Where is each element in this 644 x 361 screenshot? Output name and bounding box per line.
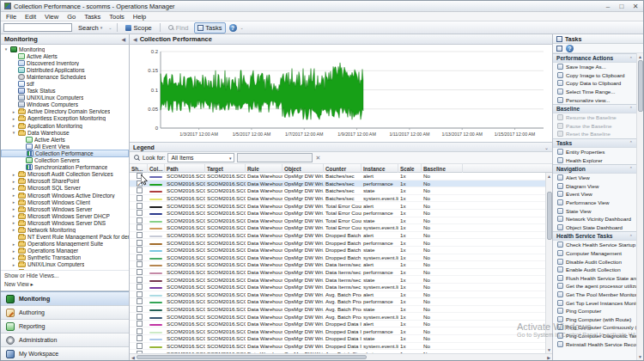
search-input[interactable] [3,23,72,32]
task-flush-health-service-state-and-cache[interactable]: Flush Health Service State and Cache [553,273,636,282]
column-header-target[interactable]: Target [205,164,246,173]
task-ping-computer-with-route[interactable]: Ping Computer (with Route) [553,315,636,323]
section-header-health-service-tasks[interactable]: Health Service Tasks⌃ [553,231,636,241]
task-save-image-as[interactable]: Save Image As... [553,63,636,71]
column-header-object[interactable]: Object [283,164,324,173]
legend-row[interactable]: SCOM2016.SCO...SCOM2016.SCO...Data Wareh… [130,247,552,254]
task-enable-audit-collection[interactable]: Enable Audit Collection [553,266,636,274]
tree-item-windows-computers[interactable]: Windows Computers [1,101,129,108]
tree-item-task-status[interactable]: Task Status [1,88,129,95]
toolbar-overflow-icon[interactable]: ⌄ [240,25,244,30]
tree-item-microsoft-windows-server-dhcp[interactable]: ▸Microsoft Windows Server DHCP [1,212,129,219]
tasks-toggle-icon[interactable] [556,46,562,52]
legend-row[interactable]: SCOM2016.SCO...SCOM2016.SCO...Data Wareh… [130,173,552,180]
scrollbar-thumb[interactable] [547,192,552,240]
tree-item-active-alerts[interactable]: Active Alerts [1,136,129,143]
legend-row[interactable]: SCOM2016.SCO...SCOM2016.SCO...Data Wareh… [130,239,552,247]
show-checkbox[interactable] [137,321,143,327]
chevron-collapsed-icon[interactable]: ▸ [11,227,16,232]
tree-item-active-directory-domain-services[interactable]: ▸Active Directory Domain Services [1,108,129,115]
legend-row[interactable]: SCOM2016.SCO...SCOM2016.SCO...Data Wareh… [130,261,552,269]
column-header-instance[interactable]: Instance [361,164,398,173]
nav-button-authoring[interactable]: Authoring [1,305,129,319]
tree-item-microsoft-sharepoint[interactable]: ▸Microsoft SharePoint [1,178,129,185]
legend-row[interactable]: SCOM2016.SCO...SCOM2016.SCO...Data Wareh… [130,269,552,277]
task-entity-properties[interactable]: Entity Properties [553,148,636,156]
maximize-button[interactable]: □ [617,3,626,10]
scrollbar-thumb[interactable] [638,60,643,112]
menu-tools[interactable]: Tools [109,13,125,21]
chevron-collapsed-icon[interactable]: ▸ [11,179,16,184]
task-copy-image-to-clipboard[interactable]: Copy Image to Clipboard [553,71,636,80]
task-get-the-pool-member-monitoring-a-top[interactable]: Get The Pool Member Monitoring a Top [553,291,636,299]
show-checkbox[interactable] [137,247,143,253]
column-header-sh[interactable]: Sh... [130,164,148,173]
task-alert-view[interactable]: Alert View [553,174,636,182]
show-checkbox[interactable] [137,210,143,216]
legend-row[interactable]: SCOM2016.SCO...SCOM2016.SCO...Data Wareh… [130,350,552,353]
collapse-left-pane-icon[interactable]: ◀ [121,36,125,42]
show-checkbox[interactable] [137,328,143,334]
tree-item-microsoft-audit-collection-services[interactable]: ▸Microsoft Audit Collection Services [1,171,129,178]
chevron-collapsed-icon[interactable]: ▸ [11,109,16,114]
tree-item-synchronization-performance[interactable]: Synchronization Performance [1,164,129,171]
task-select-time-range[interactable]: Select Time Range... [553,88,636,96]
close-button[interactable]: ✕ [631,3,640,10]
tree-item-collection-servers[interactable]: Collection Servers [1,157,129,164]
tree-item-operations-management-suite[interactable]: ▸Operations Management Suite [1,241,129,248]
task-ping-computer-continuously-ping-t[interactable]: Ping Computer Continuously (ping -t) [553,323,636,332]
show-checkbox[interactable] [137,351,143,353]
scroll-up-icon[interactable]: ▲ [547,173,551,180]
legend-search-input[interactable] [237,153,313,162]
show-checkbox[interactable] [137,269,143,275]
collapse-results-icon[interactable]: ◀ [133,36,137,42]
legend-horizontal-scrollbar[interactable]: ◀ ▶ [130,353,552,360]
menu-view[interactable]: View [45,13,58,21]
legend-row[interactable]: SCOM2016.SCO...SCOM2016.SCO...Data Wareh… [130,217,552,225]
show-checkbox[interactable] [137,224,143,230]
tree-item-agentless-exception-monitoring[interactable]: ▸Agentless Exception Monitoring [1,115,129,122]
section-header-baseline[interactable]: Baseline⌃ [553,104,636,113]
legend-row[interactable]: SCOM2016.SCO...SCOM2016.SCO...Data Wareh… [130,232,552,240]
scroll-down-icon[interactable]: ▼ [638,353,642,360]
find-button[interactable]: Find [166,23,191,33]
column-header-path[interactable]: Path [165,164,205,173]
show-checkbox[interactable] [137,195,143,201]
task-object-state-dashboard[interactable]: Object State Dashboard [553,223,636,232]
menu-file[interactable]: File [6,13,16,21]
tasks-button[interactable]: Tasks [194,22,225,34]
chevron-collapsed-icon[interactable]: ▸ [11,213,16,218]
task-check-health-service-startup-configurati[interactable]: Check Health Service Startup Configurati [553,241,636,249]
scroll-left-icon[interactable]: ◀ [131,355,135,360]
legend-row[interactable]: SCOM2016.SCO...SCOM2016.SCO...Data Wareh… [130,202,552,210]
legend-row[interactable]: SCOM2016.SCO...SCOM2016.SCO...Data Wareh… [130,276,552,284]
show-checkbox[interactable] [137,240,143,246]
nav-button-reporting[interactable]: Reporting [1,319,129,333]
nav-button-administration[interactable]: Administration [1,333,129,346]
column-header-rule[interactable]: Rule [246,164,283,173]
task-get-the-agent-processor-utilization[interactable]: Get the agent processor utilization [553,282,636,291]
search-button[interactable]: Search ▾ [76,23,105,33]
legend-row[interactable]: SCOM2016.SCO...SCOM2016.SCO...Data Wareh… [130,180,552,188]
tree-item-monitoring[interactable]: ▾Monitoring [1,46,129,52]
tree-item-collection-performance[interactable]: Collection Performance [1,150,129,156]
toolbar-overflow-icon[interactable]: ⌄ [108,25,112,30]
tree-item-network-monitoring[interactable]: ▸Network Monitoring [1,226,129,233]
show-checkbox[interactable] [137,203,143,209]
scroll-up-icon[interactable]: ▲ [638,53,642,60]
show-checkbox[interactable] [137,306,143,312]
legend-row[interactable]: SCOM2016.SCO...SCOM2016.SCO...Data Wareh… [130,187,552,195]
tree-item-unix-linux-computers[interactable]: UNIX/Linux Computers [1,95,129,101]
show-checkbox[interactable] [137,254,143,260]
chevron-collapsed-icon[interactable]: ▸ [11,255,16,260]
tree-item-microsoft-windows-server-dns[interactable]: ▸Microsoft Windows Server DNS [1,219,129,226]
chevron-collapsed-icon[interactable]: ▸ [11,206,16,211]
menu-go[interactable]: Go [67,13,76,21]
tree-item-nt-event-rule-management-pack-for-demo[interactable]: NT Event Rule Management Pack for demo [1,234,129,241]
scroll-right-icon[interactable]: ▶ [547,355,550,360]
column-header-scale[interactable]: Scale [398,164,422,173]
task-get-top-level-instances-monitored-by-a[interactable]: Get Top Level Instances Monitored By a [553,298,636,307]
nav-button-monitoring[interactable]: Monitoring [1,291,129,305]
task-state-view[interactable]: State View [553,206,636,215]
task-ping-computer-diagnostic-task-used-by[interactable]: Ping Computer Diagnostic Task (used by [553,332,636,340]
